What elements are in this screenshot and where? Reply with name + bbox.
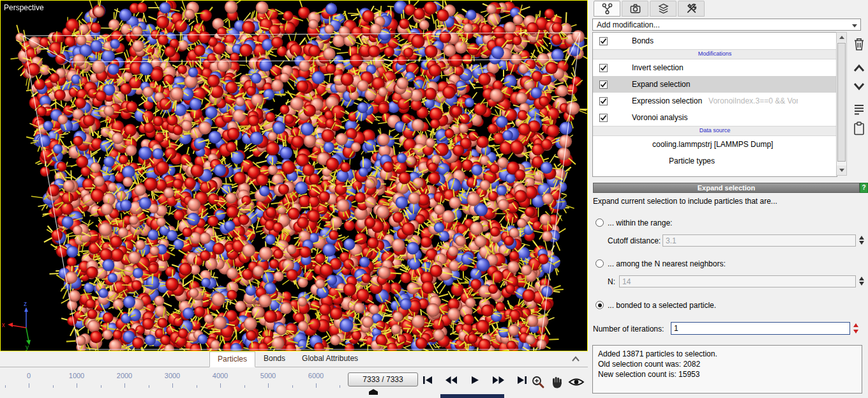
timeline-tick-label: 3000 (165, 372, 180, 379)
pipeline-item-bonds[interactable]: Bonds (593, 33, 837, 49)
inspector-tabs: ParticlesBondsGlobal Attributes (0, 351, 588, 367)
checkbox-checked-icon[interactable] (599, 80, 608, 89)
zoom-icon[interactable] (530, 374, 546, 390)
pipeline-item-label: cooling.lammpstrj [LAMMPS Dump] (652, 140, 773, 149)
iterations-input[interactable] (671, 322, 850, 335)
timeline-tick (220, 383, 221, 388)
modifier-description: Expand current selection to include part… (593, 197, 777, 206)
cutoff-spinner[interactable] (858, 234, 865, 246)
timeline-ruler[interactable]: 0100020003000400050006000 (0, 368, 348, 396)
pan-hand-icon[interactable] (549, 374, 565, 390)
pipeline-item-label: Bonds (632, 36, 654, 45)
collapse-inspector-icon[interactable] (571, 355, 580, 363)
help-button[interactable]: ? (860, 183, 868, 193)
timeline-tick-minor (292, 385, 293, 388)
timeline-tick (316, 383, 317, 388)
scroll-up-button[interactable] (837, 33, 846, 42)
move-up-icon[interactable] (851, 60, 867, 77)
timeline-tick-label: 5000 (260, 372, 276, 379)
pipeline-tab[interactable] (594, 1, 620, 17)
scroll-down-button[interactable] (837, 165, 846, 175)
skip-to-start-button[interactable] (421, 374, 434, 386)
pipeline-panel: Add modification... BondsModificationsIn… (588, 0, 868, 398)
radio-bonded[interactable] (595, 301, 604, 309)
cutoff-distance-input[interactable] (662, 234, 856, 247)
timeline-tick (124, 383, 125, 388)
clipboard-icon[interactable] (851, 120, 867, 137)
timeline-tick-minor (53, 385, 54, 388)
timeline-tick-label: 2000 (117, 372, 132, 379)
panel-toolbar (594, 1, 705, 17)
timeline-tick-label: 0 (27, 372, 31, 379)
checkbox-checked-icon[interactable] (599, 97, 608, 105)
timeline-tick (29, 383, 29, 388)
timeline-tick (77, 383, 77, 388)
viewport-canvas[interactable] (1, 1, 587, 351)
pipeline-scrollbar[interactable] (836, 32, 847, 176)
iterations-spinner[interactable] (853, 322, 859, 335)
radio-within-range[interactable] (595, 218, 604, 227)
utilities-tab[interactable] (678, 1, 705, 17)
checkbox-checked-icon[interactable] (599, 37, 608, 45)
timeline-tick-label: 6000 (308, 372, 324, 379)
timeline-tick-label: 4000 (213, 372, 228, 379)
timeline-tick-minor (149, 385, 149, 388)
toggle-list-icon[interactable] (851, 101, 867, 118)
timeline-tick-minor (340, 385, 340, 388)
pipeline-item-label: Particle types (669, 157, 715, 165)
cutoff-distance-label: Cutoff distance: (608, 236, 661, 245)
add-modification-dropdown[interactable]: Add modification... (592, 19, 861, 31)
pipeline-item-particle-types[interactable]: Particle types (593, 153, 837, 169)
pipeline-item-expression-selection[interactable]: Expression selectionVoronoiIndex.3==0 &&… (593, 93, 837, 109)
app-window: Perspective ParticlesBondsGlobal Attribu… (0, 0, 868, 398)
fast-forward-button[interactable] (492, 374, 505, 386)
n-spinner[interactable] (858, 275, 865, 287)
radio-bonded-label: ... bonded to a selected particle. (608, 301, 716, 310)
delete-modifier-button[interactable] (851, 36, 867, 52)
tab-particles[interactable]: Particles (209, 351, 255, 367)
pipeline-item-label: Invert selection (632, 63, 684, 72)
radio-within-range-label: ... within the range: (608, 218, 672, 227)
skip-to-end-button[interactable] (516, 374, 528, 386)
timeline-tick (172, 383, 173, 388)
eye-icon[interactable] (568, 374, 585, 390)
radio-nearest-neighbors-label: ... among the N nearest neighbors: (608, 259, 726, 268)
status-box: Added 13871 particles to selection.Old s… (592, 345, 862, 394)
timeline-tick-minor (244, 385, 245, 388)
timeline-tick-minor (5, 385, 6, 388)
pipeline-item-label: Voronoi analysis (632, 113, 687, 122)
timeline-tick-minor (101, 385, 101, 388)
timeline-tick-label: 1000 (69, 372, 84, 379)
pipeline-section-modifications: Modifications (593, 49, 837, 59)
pipeline-list: BondsModificationsInvert selectionExpand… (592, 32, 837, 177)
render-tab[interactable] (622, 1, 648, 17)
pipeline-item-invert-selection[interactable]: Invert selection (593, 59, 837, 76)
move-down-icon[interactable] (851, 78, 867, 95)
frame-spinbox[interactable]: 7333 / 7333 (348, 372, 418, 387)
modifier-title-bar: Expand selection (593, 183, 860, 193)
playback-controls (421, 374, 528, 386)
timeline-tick-minor (197, 385, 197, 388)
viewport-3d[interactable]: Perspective (0, 0, 588, 351)
checkbox-checked-icon[interactable] (599, 64, 608, 72)
chevron-down-icon (852, 24, 857, 27)
radio-nearest-neighbors[interactable] (595, 259, 604, 268)
tab-bonds[interactable]: Bonds (255, 351, 294, 367)
fast-rewind-button[interactable] (445, 374, 458, 386)
pipeline-item-voronoi-analysis[interactable]: Voronoi analysis (593, 109, 837, 126)
n-label: N: (608, 277, 615, 286)
pipeline-item-label: Expression selection (632, 96, 702, 105)
scrollbar-thumb[interactable] (837, 43, 846, 162)
bottom-bar: ParticlesBondsGlobal Attributes 01000200… (0, 351, 588, 398)
timeline-thumb[interactable] (369, 389, 378, 395)
checkbox-checked-icon[interactable] (599, 114, 608, 122)
pipeline-item-cooling-lammpstrj-lammps-dump[interactable]: cooling.lammpstrj [LAMMPS Dump] (593, 136, 837, 153)
overlays-tab[interactable] (650, 1, 677, 17)
pipeline-item-expand-selection[interactable]: Expand selection (593, 76, 837, 93)
add-modification-label: Add modification... (597, 20, 660, 29)
play-button[interactable] (468, 374, 481, 386)
tab-global-attributes[interactable]: Global Attributes (294, 351, 366, 367)
pipeline-item-detail: VoronoiIndex.3==0 && VoronoiIndex... (708, 96, 798, 105)
n-input[interactable] (619, 275, 856, 287)
viewport-label[interactable]: Perspective (4, 3, 44, 12)
